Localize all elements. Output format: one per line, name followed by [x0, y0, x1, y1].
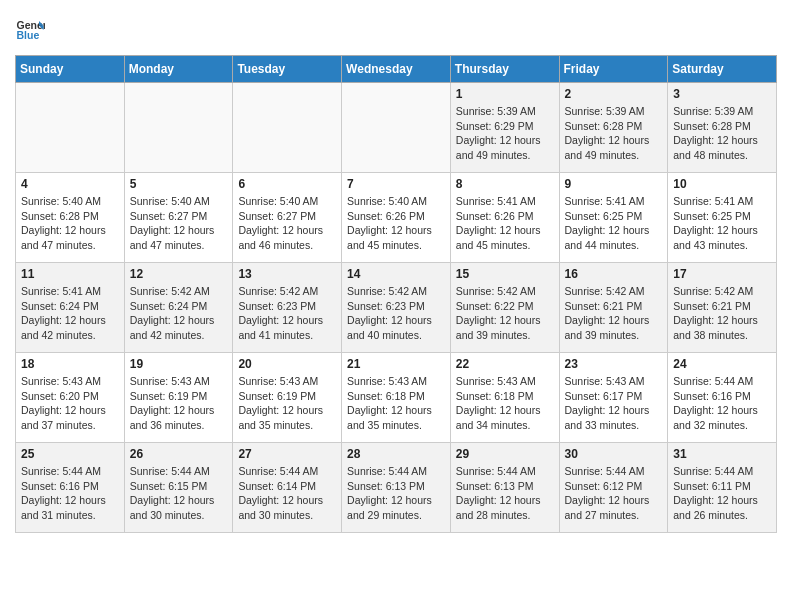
day-number: 5 — [130, 177, 228, 191]
day-number: 10 — [673, 177, 771, 191]
day-number: 19 — [130, 357, 228, 371]
logo-icon: General Blue — [15, 15, 45, 45]
calendar-cell: 7Sunrise: 5:40 AM Sunset: 6:26 PM Daylig… — [342, 173, 451, 263]
day-info: Sunrise: 5:44 AM Sunset: 6:14 PM Dayligh… — [238, 464, 336, 523]
calendar-cell: 13Sunrise: 5:42 AM Sunset: 6:23 PM Dayli… — [233, 263, 342, 353]
calendar-cell: 14Sunrise: 5:42 AM Sunset: 6:23 PM Dayli… — [342, 263, 451, 353]
calendar-cell: 2Sunrise: 5:39 AM Sunset: 6:28 PM Daylig… — [559, 83, 668, 173]
calendar-cell: 30Sunrise: 5:44 AM Sunset: 6:12 PM Dayli… — [559, 443, 668, 533]
calendar-cell: 11Sunrise: 5:41 AM Sunset: 6:24 PM Dayli… — [16, 263, 125, 353]
day-info: Sunrise: 5:44 AM Sunset: 6:15 PM Dayligh… — [130, 464, 228, 523]
day-number: 13 — [238, 267, 336, 281]
calendar-cell: 21Sunrise: 5:43 AM Sunset: 6:18 PM Dayli… — [342, 353, 451, 443]
calendar-cell: 18Sunrise: 5:43 AM Sunset: 6:20 PM Dayli… — [16, 353, 125, 443]
calendar-week-3: 11Sunrise: 5:41 AM Sunset: 6:24 PM Dayli… — [16, 263, 777, 353]
day-number: 4 — [21, 177, 119, 191]
calendar-cell — [233, 83, 342, 173]
day-header-wednesday: Wednesday — [342, 56, 451, 83]
day-number: 2 — [565, 87, 663, 101]
day-number: 12 — [130, 267, 228, 281]
calendar-cell — [16, 83, 125, 173]
day-info: Sunrise: 5:44 AM Sunset: 6:13 PM Dayligh… — [456, 464, 554, 523]
calendar-cell: 28Sunrise: 5:44 AM Sunset: 6:13 PM Dayli… — [342, 443, 451, 533]
calendar-cell: 6Sunrise: 5:40 AM Sunset: 6:27 PM Daylig… — [233, 173, 342, 263]
day-number: 14 — [347, 267, 445, 281]
calendar-cell: 23Sunrise: 5:43 AM Sunset: 6:17 PM Dayli… — [559, 353, 668, 443]
calendar-cell: 5Sunrise: 5:40 AM Sunset: 6:27 PM Daylig… — [124, 173, 233, 263]
day-info: Sunrise: 5:43 AM Sunset: 6:19 PM Dayligh… — [130, 374, 228, 433]
calendar-cell — [124, 83, 233, 173]
day-number: 25 — [21, 447, 119, 461]
svg-text:Blue: Blue — [17, 29, 40, 41]
calendar-cell: 25Sunrise: 5:44 AM Sunset: 6:16 PM Dayli… — [16, 443, 125, 533]
day-info: Sunrise: 5:40 AM Sunset: 6:27 PM Dayligh… — [238, 194, 336, 253]
day-info: Sunrise: 5:40 AM Sunset: 6:27 PM Dayligh… — [130, 194, 228, 253]
day-info: Sunrise: 5:42 AM Sunset: 6:22 PM Dayligh… — [456, 284, 554, 343]
day-number: 6 — [238, 177, 336, 191]
day-header-monday: Monday — [124, 56, 233, 83]
day-number: 21 — [347, 357, 445, 371]
day-info: Sunrise: 5:43 AM Sunset: 6:18 PM Dayligh… — [456, 374, 554, 433]
day-number: 15 — [456, 267, 554, 281]
day-info: Sunrise: 5:41 AM Sunset: 6:25 PM Dayligh… — [565, 194, 663, 253]
day-info: Sunrise: 5:42 AM Sunset: 6:24 PM Dayligh… — [130, 284, 228, 343]
calendar-cell — [342, 83, 451, 173]
calendar-table: SundayMondayTuesdayWednesdayThursdayFrid… — [15, 55, 777, 533]
calendar-cell: 4Sunrise: 5:40 AM Sunset: 6:28 PM Daylig… — [16, 173, 125, 263]
day-number: 27 — [238, 447, 336, 461]
day-number: 28 — [347, 447, 445, 461]
day-info: Sunrise: 5:44 AM Sunset: 6:11 PM Dayligh… — [673, 464, 771, 523]
calendar-cell: 26Sunrise: 5:44 AM Sunset: 6:15 PM Dayli… — [124, 443, 233, 533]
calendar-cell: 17Sunrise: 5:42 AM Sunset: 6:21 PM Dayli… — [668, 263, 777, 353]
day-info: Sunrise: 5:40 AM Sunset: 6:28 PM Dayligh… — [21, 194, 119, 253]
day-header-tuesday: Tuesday — [233, 56, 342, 83]
calendar-cell: 20Sunrise: 5:43 AM Sunset: 6:19 PM Dayli… — [233, 353, 342, 443]
day-info: Sunrise: 5:42 AM Sunset: 6:21 PM Dayligh… — [565, 284, 663, 343]
day-number: 26 — [130, 447, 228, 461]
day-info: Sunrise: 5:40 AM Sunset: 6:26 PM Dayligh… — [347, 194, 445, 253]
day-info: Sunrise: 5:41 AM Sunset: 6:25 PM Dayligh… — [673, 194, 771, 253]
calendar-cell: 15Sunrise: 5:42 AM Sunset: 6:22 PM Dayli… — [450, 263, 559, 353]
calendar-cell: 8Sunrise: 5:41 AM Sunset: 6:26 PM Daylig… — [450, 173, 559, 263]
day-number: 30 — [565, 447, 663, 461]
calendar-cell: 22Sunrise: 5:43 AM Sunset: 6:18 PM Dayli… — [450, 353, 559, 443]
day-info: Sunrise: 5:43 AM Sunset: 6:19 PM Dayligh… — [238, 374, 336, 433]
calendar-header: SundayMondayTuesdayWednesdayThursdayFrid… — [16, 56, 777, 83]
day-info: Sunrise: 5:44 AM Sunset: 6:16 PM Dayligh… — [21, 464, 119, 523]
calendar-week-4: 18Sunrise: 5:43 AM Sunset: 6:20 PM Dayli… — [16, 353, 777, 443]
calendar-cell: 27Sunrise: 5:44 AM Sunset: 6:14 PM Dayli… — [233, 443, 342, 533]
calendar-cell: 10Sunrise: 5:41 AM Sunset: 6:25 PM Dayli… — [668, 173, 777, 263]
calendar-cell: 19Sunrise: 5:43 AM Sunset: 6:19 PM Dayli… — [124, 353, 233, 443]
day-info: Sunrise: 5:43 AM Sunset: 6:20 PM Dayligh… — [21, 374, 119, 433]
day-info: Sunrise: 5:43 AM Sunset: 6:18 PM Dayligh… — [347, 374, 445, 433]
day-number: 20 — [238, 357, 336, 371]
calendar-cell: 9Sunrise: 5:41 AM Sunset: 6:25 PM Daylig… — [559, 173, 668, 263]
logo: General Blue — [15, 15, 50, 45]
day-number: 11 — [21, 267, 119, 281]
page-header: General Blue — [15, 15, 777, 45]
day-info: Sunrise: 5:43 AM Sunset: 6:17 PM Dayligh… — [565, 374, 663, 433]
day-info: Sunrise: 5:39 AM Sunset: 6:29 PM Dayligh… — [456, 104, 554, 163]
day-info: Sunrise: 5:42 AM Sunset: 6:21 PM Dayligh… — [673, 284, 771, 343]
calendar-cell: 1Sunrise: 5:39 AM Sunset: 6:29 PM Daylig… — [450, 83, 559, 173]
day-number: 29 — [456, 447, 554, 461]
day-number: 31 — [673, 447, 771, 461]
day-header-sunday: Sunday — [16, 56, 125, 83]
day-info: Sunrise: 5:44 AM Sunset: 6:13 PM Dayligh… — [347, 464, 445, 523]
calendar-cell: 12Sunrise: 5:42 AM Sunset: 6:24 PM Dayli… — [124, 263, 233, 353]
calendar-cell: 3Sunrise: 5:39 AM Sunset: 6:28 PM Daylig… — [668, 83, 777, 173]
day-number: 8 — [456, 177, 554, 191]
calendar-cell: 31Sunrise: 5:44 AM Sunset: 6:11 PM Dayli… — [668, 443, 777, 533]
day-info: Sunrise: 5:39 AM Sunset: 6:28 PM Dayligh… — [673, 104, 771, 163]
day-number: 3 — [673, 87, 771, 101]
calendar-week-2: 4Sunrise: 5:40 AM Sunset: 6:28 PM Daylig… — [16, 173, 777, 263]
day-info: Sunrise: 5:44 AM Sunset: 6:12 PM Dayligh… — [565, 464, 663, 523]
day-header-thursday: Thursday — [450, 56, 559, 83]
day-info: Sunrise: 5:42 AM Sunset: 6:23 PM Dayligh… — [238, 284, 336, 343]
day-info: Sunrise: 5:44 AM Sunset: 6:16 PM Dayligh… — [673, 374, 771, 433]
calendar-cell: 16Sunrise: 5:42 AM Sunset: 6:21 PM Dayli… — [559, 263, 668, 353]
calendar-cell: 24Sunrise: 5:44 AM Sunset: 6:16 PM Dayli… — [668, 353, 777, 443]
calendar-cell: 29Sunrise: 5:44 AM Sunset: 6:13 PM Dayli… — [450, 443, 559, 533]
day-number: 17 — [673, 267, 771, 281]
day-number: 9 — [565, 177, 663, 191]
